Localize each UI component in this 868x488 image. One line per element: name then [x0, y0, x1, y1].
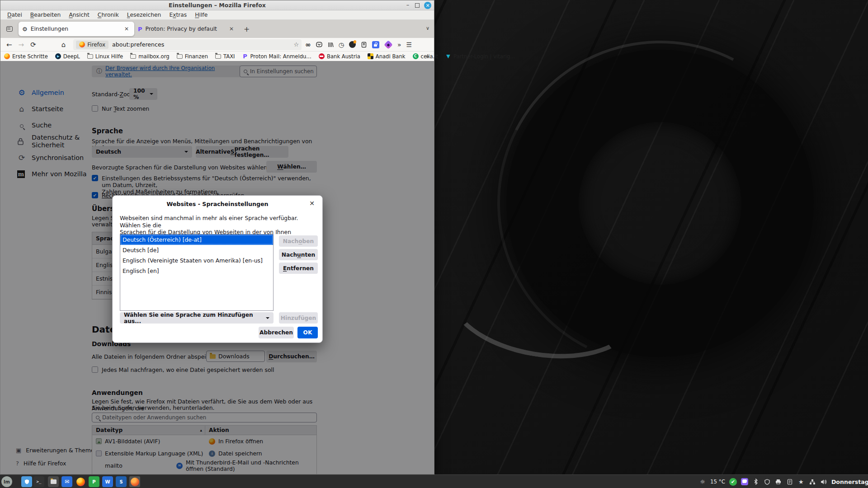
move-down-button[interactable]: Nach unten — [279, 249, 318, 260]
celia-icon — [413, 53, 419, 59]
updates-ok-icon[interactable]: ✔ — [729, 478, 737, 486]
firewall-launcher-icon[interactable] — [21, 476, 32, 487]
add-button[interactable]: Hinzufügen — [279, 312, 318, 324]
dark-mode-extension-icon[interactable] — [349, 41, 356, 48]
add-language-select[interactable]: Wählen Sie eine Sprache zum Hinzufügen a… — [120, 312, 274, 324]
privacy-mask-icon[interactable]: ∞ — [305, 41, 311, 48]
send-page-icon[interactable] — [361, 42, 367, 48]
close-button[interactable]: ✕ — [424, 2, 431, 9]
site-chip-label: Firefox — [87, 42, 105, 48]
tab-close-icon[interactable]: ✕ — [227, 25, 236, 33]
bluetooth-icon[interactable] — [752, 478, 760, 485]
bookmark-folder[interactable]: Linux Hilfe — [87, 53, 123, 60]
wps-presentation-launcher-icon[interactable]: P — [89, 476, 99, 487]
wps-writer-launcher-icon[interactable]: W — [102, 476, 113, 487]
navigation-toolbar: ← → ⟳ ⌂ Firefox about:preferences ☆ ∞ ◷ … — [0, 38, 434, 52]
maximize-button[interactable] — [415, 3, 420, 8]
printer-icon[interactable] — [775, 478, 782, 485]
pocket-icon[interactable] — [316, 42, 322, 48]
tab-proton[interactable]: P Proton: Privacy by default ✕ — [134, 22, 239, 36]
active-app-firefox-icon[interactable] — [129, 476, 140, 487]
bookmarks-overflow-icon[interactable]: » — [426, 53, 429, 60]
dialog-title: Websites - Spracheinstellungen — [113, 201, 322, 207]
menu-bearbeiten[interactable]: Bearbeiten — [27, 11, 64, 19]
url-bar[interactable]: Firefox about:preferences ☆ — [73, 39, 302, 50]
folder-icon — [215, 54, 221, 59]
new-tab-button[interactable]: + — [239, 24, 254, 34]
bookmark-star-icon[interactable]: ☆ — [294, 41, 299, 48]
volume-icon[interactable] — [820, 478, 827, 485]
deepl-icon — [55, 53, 61, 59]
list-item[interactable]: Englisch [en] — [120, 266, 273, 276]
proton-pass-extension-icon[interactable] — [384, 40, 393, 49]
proton-tray-icon[interactable] — [741, 478, 748, 485]
terminal-launcher-icon[interactable]: >_ — [33, 476, 44, 487]
menu-lesezeichen[interactable]: Lesezeichen — [124, 11, 165, 19]
mail-launcher-icon[interactable]: ✉ — [61, 476, 72, 487]
dialog-close-icon[interactable]: ✕ — [307, 199, 317, 207]
bookmark-item[interactable]: PProton Mail: Anmeldu… — [242, 53, 311, 60]
anadi-bank-icon — [368, 53, 373, 59]
favorites-star-icon[interactable]: ★ — [797, 478, 805, 485]
list-item-selected[interactable]: Deutsch (Österreich) [de-at] — [120, 235, 273, 245]
overflow-chevrons-icon[interactable]: » — [397, 41, 401, 48]
forward-button[interactable]: → — [15, 40, 28, 49]
vitarig-icon: ▼ — [445, 53, 451, 59]
tab-einstellungen[interactable]: ⚙ Einstellungen ✕ — [19, 22, 134, 36]
bank-austria-icon — [319, 53, 325, 59]
folder-icon — [87, 54, 93, 59]
firefox-logo-icon — [79, 42, 85, 47]
system-tray: ☼ 15 °C ✔ ★ Donnerstag, 23. Mai, 10:05 — [699, 475, 868, 488]
cancel-button[interactable]: Abbrechen — [259, 327, 294, 338]
ok-button[interactable]: OK — [297, 327, 318, 338]
chevron-down-icon — [266, 317, 269, 319]
wps-spreadsheet-launcher-icon[interactable]: S — [116, 476, 127, 487]
history-clock-icon[interactable]: ◷ — [339, 41, 344, 48]
menu-datei[interactable]: Datei — [4, 11, 25, 19]
back-button[interactable]: ← — [3, 40, 15, 49]
reload-button[interactable]: ⟳ — [27, 40, 39, 49]
list-item[interactable]: Englisch (Vereinigte Staaten von Amerika… — [120, 255, 273, 266]
bookmark-folder[interactable]: TAXI — [215, 53, 235, 60]
library-icon[interactable] — [327, 42, 334, 48]
firefox-launcher-icon[interactable] — [75, 476, 86, 487]
mint-menu-button[interactable]: lm — [1, 476, 12, 487]
menu-hilfe[interactable]: Hilfe — [192, 11, 211, 19]
language-listbox: Deutsch (Österreich) [de-at] Deutsch [de… — [120, 234, 274, 311]
tab-close-icon[interactable]: ✕ — [123, 25, 131, 33]
bookmark-item[interactable]: DeepL — [55, 53, 80, 60]
proton-icon: P — [242, 53, 248, 59]
list-item[interactable]: Deutsch [de] — [120, 245, 273, 255]
url-text[interactable]: about:preferences — [112, 41, 294, 48]
folder-icon — [130, 54, 136, 59]
menu-ansicht[interactable]: Ansicht — [66, 11, 92, 19]
settings-page: ⚙Allgemein ⌂Startseite Suche Datenschutz… — [0, 61, 434, 474]
app-menu-hamburger-icon[interactable]: ☰ — [406, 41, 412, 48]
bookmark-folder[interactable]: Finanzen — [177, 53, 208, 60]
site-identity-chip[interactable]: Firefox — [76, 41, 108, 49]
tab-bar: ⚙ Einstellungen ✕ P Proton: Privacy by d… — [0, 20, 434, 38]
bookmark-item[interactable]: celia.it — [413, 53, 439, 60]
list-all-tabs-icon[interactable]: ∨ — [426, 25, 429, 31]
temperature-readout[interactable]: 15 °C — [710, 479, 725, 485]
bookmark-item[interactable]: ▼Partner-Login | vitarig… — [445, 53, 515, 60]
battery-applet-icon[interactable] — [786, 478, 793, 485]
taskbar-clock[interactable]: Donnerstag, 23. Mai, 10:05 — [831, 479, 868, 485]
bookmark-item[interactable]: Erste Schritte — [4, 53, 48, 60]
remove-button[interactable]: Entfernen — [279, 263, 318, 274]
shield-tray-icon[interactable] — [764, 478, 771, 485]
minimize-button[interactable]: – — [405, 3, 410, 8]
password-manager-extension-icon[interactable] — [372, 41, 379, 48]
network-icon[interactable] — [809, 478, 816, 485]
home-button[interactable]: ⌂ — [58, 40, 69, 49]
move-up-button[interactable]: Nach oben — [279, 235, 318, 247]
firefox-view-button[interactable] — [3, 23, 16, 35]
menu-extras[interactable]: Extras — [166, 11, 190, 19]
menu-chronik[interactable]: Chronik — [94, 11, 122, 19]
weather-icon[interactable]: ☼ — [699, 478, 706, 485]
titlebar[interactable]: Einstellungen – Mozilla Firefox – ✕ — [0, 0, 434, 10]
files-launcher-icon[interactable] — [48, 476, 59, 487]
bookmark-item[interactable]: Bank Austria — [319, 53, 360, 60]
bookmark-item[interactable]: Anadi Bank — [368, 53, 406, 60]
bookmark-folder[interactable]: mailbox.org — [130, 53, 170, 60]
